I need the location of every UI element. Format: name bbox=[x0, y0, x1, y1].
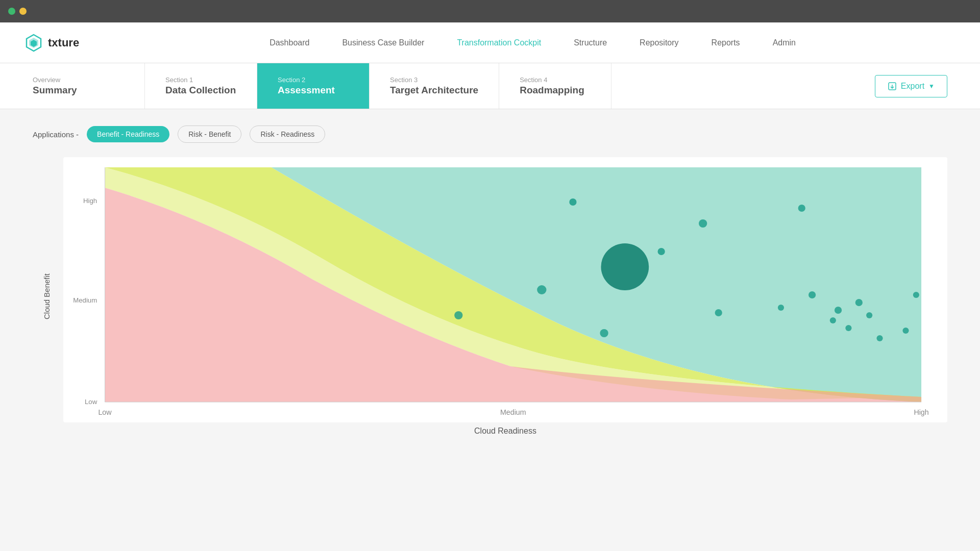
section-name-4: Roadmapping bbox=[520, 85, 591, 96]
dot-11[interactable] bbox=[866, 312, 872, 318]
y-axis-label: Cloud Benefit bbox=[42, 273, 51, 319]
dot-13[interactable] bbox=[902, 328, 909, 334]
chart-svg: Low Medium High Low Medium High bbox=[63, 157, 947, 422]
dot-1[interactable] bbox=[569, 198, 576, 206]
dot-8[interactable] bbox=[855, 299, 863, 306]
section-name-2: Assessment bbox=[278, 85, 349, 96]
dot-9[interactable] bbox=[830, 317, 836, 323]
export-label: Export bbox=[901, 82, 924, 91]
logo-text: txture bbox=[48, 36, 79, 49]
section-name-1: Data Collection bbox=[165, 85, 236, 96]
nav-business-case[interactable]: Business Case Builder bbox=[326, 22, 440, 63]
nav-transformation-cockpit[interactable]: Transformation Cockpit bbox=[440, 22, 557, 63]
dot-4[interactable] bbox=[699, 219, 707, 228]
section-name-0: Summary bbox=[33, 85, 124, 96]
dot-large[interactable] bbox=[601, 243, 649, 290]
tab-assessment[interactable]: Section 2 Assessment bbox=[257, 63, 370, 109]
section-num-3: Section 3 bbox=[390, 76, 478, 84]
logo[interactable]: txture bbox=[24, 34, 79, 52]
tab-overview-summary[interactable]: Overview Summary bbox=[33, 63, 145, 109]
y-tick-low: Low bbox=[85, 398, 97, 406]
filter-risk-readiness[interactable]: Risk - Readiness bbox=[250, 126, 325, 143]
section-num-0: Overview bbox=[33, 76, 124, 84]
tab-roadmapping[interactable]: Section 4 Roadmapping bbox=[499, 63, 611, 109]
dot-14[interactable] bbox=[454, 311, 462, 319]
close-dot[interactable] bbox=[8, 8, 15, 15]
nav-items: Dashboard Business Case Builder Transfor… bbox=[110, 22, 955, 63]
main-content: Applications - Benefit - Readiness Risk … bbox=[0, 109, 980, 551]
dot-16[interactable] bbox=[715, 309, 722, 316]
dot-5[interactable] bbox=[798, 205, 805, 212]
x-tick-low: Low bbox=[98, 408, 112, 416]
section-name-3: Target Architecture bbox=[390, 85, 478, 96]
filter-label: Applications - bbox=[33, 130, 79, 139]
filter-risk-benefit[interactable]: Risk - Benefit bbox=[178, 126, 241, 143]
tab-target-architecture[interactable]: Section 3 Target Architecture bbox=[370, 63, 499, 109]
export-button[interactable]: Export ▼ bbox=[875, 75, 947, 97]
filter-bar: Applications - Benefit - Readiness Risk … bbox=[33, 126, 947, 143]
nav-structure[interactable]: Structure bbox=[557, 22, 623, 63]
nav-admin[interactable]: Admin bbox=[756, 22, 812, 63]
x-tick-medium: Medium bbox=[500, 408, 526, 416]
chart-container: Low Medium High Low Medium High bbox=[63, 157, 947, 422]
logo-icon bbox=[24, 34, 43, 52]
export-chevron-icon: ▼ bbox=[928, 83, 935, 90]
app: txture Dashboard Business Case Builder T… bbox=[0, 22, 980, 551]
y-tick-high: High bbox=[83, 197, 97, 205]
export-icon bbox=[888, 82, 897, 91]
dot-2[interactable] bbox=[658, 248, 665, 255]
x-axis-label: Cloud Readiness bbox=[63, 427, 947, 436]
dot-6[interactable] bbox=[808, 291, 816, 298]
nav-dashboard[interactable]: Dashboard bbox=[253, 22, 326, 63]
x-tick-high: High bbox=[914, 408, 928, 416]
y-tick-medium: Medium bbox=[73, 296, 97, 304]
filter-benefit-readiness[interactable]: Benefit - Readiness bbox=[87, 126, 169, 142]
navbar: txture Dashboard Business Case Builder T… bbox=[0, 22, 980, 63]
nav-reports[interactable]: Reports bbox=[695, 22, 756, 63]
section-tabs: Overview Summary Section 1 Data Collecti… bbox=[0, 63, 980, 109]
section-num-2: Section 2 bbox=[278, 76, 349, 84]
dot-10[interactable] bbox=[845, 325, 851, 331]
dot-7[interactable] bbox=[835, 307, 842, 314]
dot-18[interactable] bbox=[913, 292, 919, 298]
dot-12[interactable] bbox=[876, 335, 883, 341]
section-num-1: Section 1 bbox=[165, 76, 236, 84]
tab-data-collection[interactable]: Section 1 Data Collection bbox=[145, 63, 257, 109]
chart-wrapper: Cloud Benefit bbox=[33, 157, 947, 436]
nav-repository[interactable]: Repository bbox=[623, 22, 695, 63]
dot-15[interactable] bbox=[600, 329, 608, 337]
dot-17[interactable] bbox=[778, 305, 784, 311]
title-bar bbox=[0, 0, 980, 22]
minimize-dot[interactable] bbox=[19, 8, 27, 15]
section-num-4: Section 4 bbox=[520, 76, 591, 84]
dot-3[interactable] bbox=[537, 285, 546, 294]
